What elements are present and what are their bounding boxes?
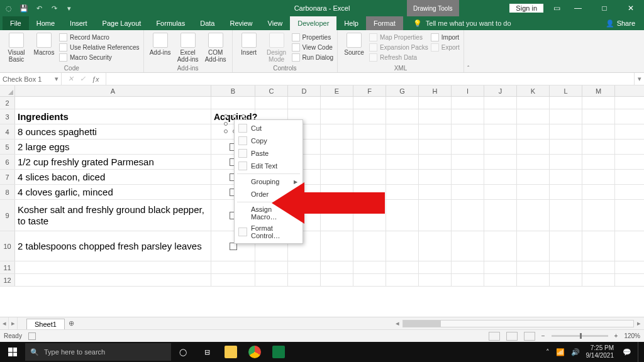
cell-B2[interactable] bbox=[211, 97, 255, 109]
zoom-out-button[interactable]: − bbox=[541, 332, 545, 339]
cell-E6[interactable] bbox=[321, 155, 353, 169]
show-desktop-button[interactable] bbox=[638, 342, 641, 362]
cell-A11[interactable] bbox=[15, 261, 211, 273]
cell-E7[interactable] bbox=[321, 170, 353, 184]
cell-H6[interactable] bbox=[419, 155, 452, 169]
cell-E12[interactable] bbox=[321, 274, 353, 286]
cell-K2[interactable] bbox=[517, 97, 550, 109]
cell-F5[interactable] bbox=[353, 140, 386, 154]
cell-J2[interactable] bbox=[484, 97, 517, 109]
cell-L11[interactable] bbox=[550, 261, 582, 273]
row-header-7[interactable]: 7 bbox=[0, 170, 15, 184]
cell-K7[interactable] bbox=[517, 170, 550, 184]
column-header-C[interactable]: C bbox=[255, 85, 288, 96]
cell-D12[interactable] bbox=[288, 274, 321, 286]
sheet-nav-prev[interactable]: ◂ bbox=[0, 317, 9, 329]
xml-import-button[interactable]: Import bbox=[431, 33, 460, 42]
column-header-F[interactable]: F bbox=[353, 85, 386, 96]
column-header-K[interactable]: K bbox=[517, 85, 550, 96]
cell-A10[interactable]: 2 tablespoons chopped fresh parsley leav… bbox=[15, 231, 211, 261]
cell-A7[interactable]: 4 slices bacon, diced bbox=[15, 170, 211, 184]
cell-F7[interactable] bbox=[353, 170, 386, 184]
cell-M9[interactable] bbox=[582, 200, 615, 231]
cell-G11[interactable] bbox=[386, 261, 419, 273]
cell-J10[interactable] bbox=[484, 231, 517, 261]
addins-button[interactable]: Add-ins bbox=[148, 31, 173, 57]
collapse-ribbon-icon[interactable]: ˆ bbox=[464, 65, 473, 72]
cell-B11[interactable] bbox=[211, 261, 255, 273]
cell-C12[interactable] bbox=[255, 274, 288, 286]
tell-me-search[interactable]: 💡 Tell me what you want to do bbox=[403, 16, 511, 30]
properties-button[interactable]: Properties bbox=[292, 33, 333, 42]
qat-customize-icon[interactable]: ▾ bbox=[64, 3, 74, 13]
scroll-thumb[interactable] bbox=[403, 321, 441, 327]
menu-edit-text[interactable]: Edit Text bbox=[235, 160, 303, 172]
cell-I5[interactable] bbox=[452, 140, 484, 154]
maximize-button[interactable]: □ bbox=[591, 0, 618, 16]
close-button[interactable]: ✕ bbox=[618, 0, 644, 16]
cell-L12[interactable] bbox=[550, 274, 582, 286]
cell-G9[interactable] bbox=[386, 200, 419, 231]
xml-export-button[interactable]: Export bbox=[431, 43, 460, 52]
cell-I2[interactable] bbox=[452, 97, 484, 109]
cell-L5[interactable] bbox=[550, 140, 582, 154]
taskbar-search[interactable]: 🔍 Type here to search bbox=[25, 343, 171, 361]
cell-M8[interactable] bbox=[582, 185, 615, 199]
row-header-11[interactable]: 11 bbox=[0, 261, 15, 273]
tab-page-layout[interactable]: Page Layout bbox=[95, 16, 149, 30]
cell-K10[interactable] bbox=[517, 231, 550, 261]
cell-A6[interactable]: 1/2 cup freshly grated Parmesan bbox=[15, 155, 211, 169]
cell-G10[interactable] bbox=[386, 231, 419, 261]
row-header-6[interactable]: 6 bbox=[0, 155, 15, 169]
excel-addins-button[interactable]: Excel Add-ins bbox=[175, 31, 201, 64]
cell-G3[interactable] bbox=[386, 109, 419, 124]
view-code-button[interactable]: View Code bbox=[292, 43, 333, 52]
cell-F2[interactable] bbox=[353, 97, 386, 109]
column-header-D[interactable]: D bbox=[288, 85, 321, 96]
tab-formulas[interactable]: Formulas bbox=[148, 16, 192, 30]
cell-H11[interactable] bbox=[419, 261, 452, 273]
share-button[interactable]: 👤 Share bbox=[597, 16, 644, 30]
minimize-button[interactable]: — bbox=[565, 0, 591, 16]
column-header-G[interactable]: G bbox=[386, 85, 419, 96]
macro-security-button[interactable]: Macro Security bbox=[59, 53, 140, 62]
cell-H8[interactable] bbox=[419, 185, 452, 199]
macros-button[interactable]: Macros bbox=[31, 31, 57, 57]
cortana-button[interactable]: ◯ bbox=[171, 342, 195, 362]
cell-L10[interactable] bbox=[550, 231, 582, 261]
save-icon[interactable]: 💾 bbox=[19, 3, 29, 13]
cell-I12[interactable] bbox=[452, 274, 484, 286]
cell-E4[interactable] bbox=[321, 124, 353, 139]
row-header-3[interactable]: 3 bbox=[0, 109, 15, 124]
map-properties-button[interactable]: Map Properties bbox=[369, 33, 428, 42]
zoom-in-button[interactable]: + bbox=[614, 332, 618, 339]
horizontal-scrollbar[interactable]: ◂ ▸ bbox=[392, 317, 644, 329]
macro-record-icon[interactable] bbox=[28, 332, 36, 340]
cell-L6[interactable] bbox=[550, 155, 582, 169]
tab-developer[interactable]: Developer bbox=[290, 16, 336, 30]
expansion-packs-button[interactable]: Expansion Packs bbox=[369, 43, 428, 52]
cell-J11[interactable] bbox=[484, 261, 517, 273]
zoom-slider[interactable] bbox=[552, 335, 608, 337]
cell-I10[interactable] bbox=[452, 231, 484, 261]
cell-M6[interactable] bbox=[582, 155, 615, 169]
cell-G7[interactable] bbox=[386, 170, 419, 184]
cell-A2[interactable] bbox=[15, 97, 211, 109]
row-header-5[interactable]: 5 bbox=[0, 140, 15, 154]
menu-cut[interactable]: Cut bbox=[235, 122, 303, 134]
run-dialog-button[interactable]: Run Dialog bbox=[292, 53, 333, 62]
tab-review[interactable]: Review bbox=[222, 16, 260, 30]
cell-M5[interactable] bbox=[582, 140, 615, 154]
cell-I3[interactable] bbox=[452, 109, 484, 124]
cell-K4[interactable] bbox=[517, 124, 550, 139]
cell-E5[interactable] bbox=[321, 140, 353, 154]
cell-H7[interactable] bbox=[419, 170, 452, 184]
cell-G8[interactable] bbox=[386, 185, 419, 199]
task-view-button[interactable]: ⊟ bbox=[195, 342, 219, 362]
cell-A9[interactable]: Kosher salt and freshly ground black pep… bbox=[15, 200, 211, 231]
ribbon-options-icon[interactable]: ▭ bbox=[548, 4, 565, 13]
tab-insert[interactable]: Insert bbox=[62, 16, 95, 30]
column-header-H[interactable]: H bbox=[419, 85, 452, 96]
cell-C2[interactable] bbox=[255, 97, 288, 109]
start-button[interactable] bbox=[0, 342, 25, 362]
